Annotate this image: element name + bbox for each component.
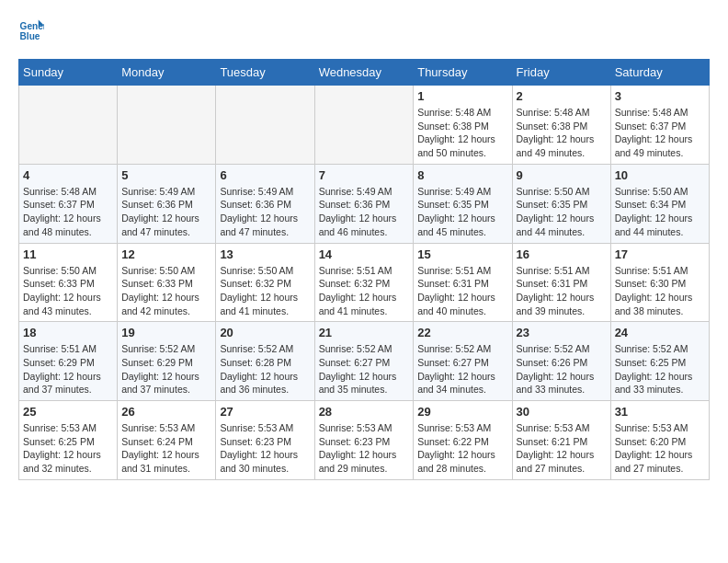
- calendar-cell: 28Sunrise: 5:53 AM Sunset: 6:23 PM Dayli…: [314, 401, 414, 480]
- weekday-header-monday: Monday: [118, 60, 216, 86]
- calendar-cell: 7Sunrise: 5:49 AM Sunset: 6:36 PM Daylig…: [314, 164, 414, 243]
- calendar-cell: 19Sunrise: 5:52 AM Sunset: 6:29 PM Dayli…: [118, 322, 216, 401]
- calendar-cell: 6Sunrise: 5:49 AM Sunset: 6:36 PM Daylig…: [216, 164, 314, 243]
- weekday-header-tuesday: Tuesday: [216, 60, 314, 86]
- day-number: 13: [220, 247, 310, 261]
- day-number: 24: [615, 326, 705, 339]
- day-info: Sunrise: 5:53 AM Sunset: 6:25 PM Dayligh…: [23, 421, 113, 476]
- day-info: Sunrise: 5:50 AM Sunset: 6:32 PM Dayligh…: [220, 264, 310, 318]
- day-info: Sunrise: 5:51 AM Sunset: 6:31 PM Dayligh…: [517, 264, 607, 318]
- day-info: Sunrise: 5:51 AM Sunset: 6:30 PM Dayligh…: [615, 264, 705, 318]
- calendar-cell: 31Sunrise: 5:53 AM Sunset: 6:20 PM Dayli…: [610, 401, 709, 480]
- day-number: 7: [319, 168, 410, 182]
- day-number: 18: [23, 326, 113, 339]
- day-info: Sunrise: 5:51 AM Sunset: 6:31 PM Dayligh…: [417, 264, 507, 318]
- day-info: Sunrise: 5:50 AM Sunset: 6:34 PM Dayligh…: [615, 185, 705, 239]
- day-info: Sunrise: 5:48 AM Sunset: 6:38 PM Dayligh…: [517, 106, 607, 160]
- day-number: 4: [23, 168, 113, 182]
- calendar-week-row: 18Sunrise: 5:51 AM Sunset: 6:29 PM Dayli…: [19, 322, 710, 401]
- calendar-cell: 15Sunrise: 5:51 AM Sunset: 6:31 PM Dayli…: [414, 243, 512, 322]
- calendar-cell: 1Sunrise: 5:48 AM Sunset: 6:38 PM Daylig…: [414, 86, 512, 165]
- calendar-cell: 3Sunrise: 5:48 AM Sunset: 6:37 PM Daylig…: [610, 86, 709, 165]
- calendar-cell: 21Sunrise: 5:52 AM Sunset: 6:27 PM Dayli…: [314, 322, 414, 401]
- day-number: 22: [417, 326, 507, 339]
- day-info: Sunrise: 5:52 AM Sunset: 6:26 PM Dayligh…: [517, 342, 607, 396]
- calendar-cell: [216, 86, 314, 165]
- calendar-cell: 12Sunrise: 5:50 AM Sunset: 6:33 PM Dayli…: [118, 243, 216, 322]
- day-info: Sunrise: 5:48 AM Sunset: 6:38 PM Dayligh…: [417, 106, 507, 160]
- day-number: 1: [417, 89, 507, 103]
- calendar-table: SundayMondayTuesdayWednesdayThursdayFrid…: [18, 59, 710, 480]
- day-number: 21: [319, 326, 410, 339]
- day-number: 11: [23, 247, 113, 261]
- day-number: 5: [121, 168, 211, 182]
- day-number: 30: [517, 405, 607, 419]
- calendar-week-row: 25Sunrise: 5:53 AM Sunset: 6:25 PM Dayli…: [19, 401, 710, 480]
- weekday-header-wednesday: Wednesday: [314, 60, 414, 86]
- day-number: 8: [417, 168, 507, 182]
- day-info: Sunrise: 5:52 AM Sunset: 6:25 PM Dayligh…: [615, 342, 705, 396]
- calendar-cell: 11Sunrise: 5:50 AM Sunset: 6:33 PM Dayli…: [19, 243, 118, 322]
- weekday-header-friday: Friday: [512, 60, 610, 86]
- logo: General Blue: [18, 18, 48, 44]
- calendar-cell: 25Sunrise: 5:53 AM Sunset: 6:25 PM Dayli…: [19, 401, 118, 480]
- day-info: Sunrise: 5:53 AM Sunset: 6:23 PM Dayligh…: [220, 421, 310, 476]
- calendar-cell: 14Sunrise: 5:51 AM Sunset: 6:32 PM Dayli…: [314, 243, 414, 322]
- calendar-cell: 17Sunrise: 5:51 AM Sunset: 6:30 PM Dayli…: [610, 243, 709, 322]
- calendar-cell: 30Sunrise: 5:53 AM Sunset: 6:21 PM Dayli…: [512, 401, 610, 480]
- day-info: Sunrise: 5:53 AM Sunset: 6:24 PM Dayligh…: [121, 421, 211, 476]
- calendar-cell: 2Sunrise: 5:48 AM Sunset: 6:38 PM Daylig…: [512, 86, 610, 165]
- day-info: Sunrise: 5:49 AM Sunset: 6:36 PM Dayligh…: [121, 185, 211, 239]
- day-number: 3: [615, 89, 705, 103]
- weekday-header-sunday: Sunday: [19, 60, 118, 86]
- calendar-cell: [19, 86, 118, 165]
- day-info: Sunrise: 5:48 AM Sunset: 6:37 PM Dayligh…: [615, 106, 705, 160]
- calendar-cell: 29Sunrise: 5:53 AM Sunset: 6:22 PM Dayli…: [414, 401, 512, 480]
- day-info: Sunrise: 5:53 AM Sunset: 6:20 PM Dayligh…: [615, 421, 705, 476]
- calendar-cell: 8Sunrise: 5:49 AM Sunset: 6:35 PM Daylig…: [414, 164, 512, 243]
- calendar-cell: 16Sunrise: 5:51 AM Sunset: 6:31 PM Dayli…: [512, 243, 610, 322]
- calendar-cell: 24Sunrise: 5:52 AM Sunset: 6:25 PM Dayli…: [610, 322, 709, 401]
- day-info: Sunrise: 5:49 AM Sunset: 6:35 PM Dayligh…: [417, 185, 507, 239]
- day-number: 12: [121, 247, 211, 261]
- day-number: 17: [615, 247, 705, 261]
- calendar-cell: 18Sunrise: 5:51 AM Sunset: 6:29 PM Dayli…: [19, 322, 118, 401]
- day-number: 2: [517, 89, 607, 103]
- day-number: 23: [517, 326, 607, 339]
- calendar-cell: 23Sunrise: 5:52 AM Sunset: 6:26 PM Dayli…: [512, 322, 610, 401]
- svg-text:Blue: Blue: [20, 31, 40, 41]
- calendar-cell: [118, 86, 216, 165]
- weekday-header-row: SundayMondayTuesdayWednesdayThursdayFrid…: [19, 60, 710, 86]
- calendar-cell: 5Sunrise: 5:49 AM Sunset: 6:36 PM Daylig…: [118, 164, 216, 243]
- day-info: Sunrise: 5:51 AM Sunset: 6:32 PM Dayligh…: [319, 264, 410, 318]
- day-number: 10: [615, 168, 705, 182]
- day-info: Sunrise: 5:52 AM Sunset: 6:27 PM Dayligh…: [319, 342, 410, 396]
- calendar-cell: 27Sunrise: 5:53 AM Sunset: 6:23 PM Dayli…: [216, 401, 314, 480]
- calendar-cell: [314, 86, 414, 165]
- day-info: Sunrise: 5:53 AM Sunset: 6:22 PM Dayligh…: [417, 421, 507, 476]
- page-header: General Blue: [18, 18, 710, 44]
- day-number: 20: [220, 326, 310, 339]
- calendar-cell: 22Sunrise: 5:52 AM Sunset: 6:27 PM Dayli…: [414, 322, 512, 401]
- calendar-cell: 13Sunrise: 5:50 AM Sunset: 6:32 PM Dayli…: [216, 243, 314, 322]
- calendar-cell: 26Sunrise: 5:53 AM Sunset: 6:24 PM Dayli…: [118, 401, 216, 480]
- day-info: Sunrise: 5:52 AM Sunset: 6:27 PM Dayligh…: [417, 342, 507, 396]
- day-info: Sunrise: 5:50 AM Sunset: 6:35 PM Dayligh…: [517, 185, 607, 239]
- day-info: Sunrise: 5:52 AM Sunset: 6:28 PM Dayligh…: [220, 342, 310, 396]
- day-info: Sunrise: 5:53 AM Sunset: 6:23 PM Dayligh…: [319, 421, 410, 476]
- day-number: 9: [517, 168, 607, 182]
- weekday-header-thursday: Thursday: [414, 60, 512, 86]
- calendar-week-row: 4Sunrise: 5:48 AM Sunset: 6:37 PM Daylig…: [19, 164, 710, 243]
- day-info: Sunrise: 5:49 AM Sunset: 6:36 PM Dayligh…: [220, 185, 310, 239]
- calendar-cell: 9Sunrise: 5:50 AM Sunset: 6:35 PM Daylig…: [512, 164, 610, 243]
- day-number: 29: [417, 405, 507, 419]
- day-number: 31: [615, 405, 705, 419]
- day-number: 27: [220, 405, 310, 419]
- calendar-week-row: 1Sunrise: 5:48 AM Sunset: 6:38 PM Daylig…: [19, 86, 710, 165]
- day-number: 19: [121, 326, 211, 339]
- day-number: 16: [517, 247, 607, 261]
- day-number: 28: [319, 405, 410, 419]
- day-number: 25: [23, 405, 113, 419]
- day-info: Sunrise: 5:53 AM Sunset: 6:21 PM Dayligh…: [517, 421, 607, 476]
- weekday-header-saturday: Saturday: [610, 60, 709, 86]
